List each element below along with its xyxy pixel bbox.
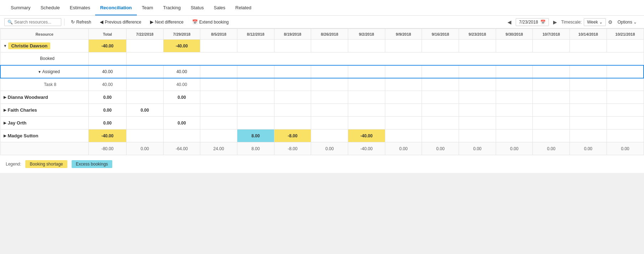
date-cell-7 xyxy=(385,117,422,129)
nav-estimates[interactable]: Estimates xyxy=(65,1,95,15)
date-cell-6 xyxy=(348,117,385,129)
resource-cell: Booked xyxy=(0,52,88,65)
resource-cell: ▶ Faith Charles xyxy=(0,104,88,117)
date-cell-10 xyxy=(496,78,533,91)
date-cell-13 xyxy=(607,65,644,78)
date-cell-6 xyxy=(348,40,385,52)
date-cell-10 xyxy=(496,104,533,117)
date-box[interactable]: 7/23/2018 📅 xyxy=(516,18,548,26)
nav-team[interactable]: Team xyxy=(137,1,158,15)
next-difference-button[interactable]: ▶ Next difference xyxy=(146,18,187,26)
summary-13: 0.00 xyxy=(607,142,644,155)
total-cell: 0.00 xyxy=(88,91,126,104)
resource-cell: Task 8 xyxy=(0,78,88,91)
extend-booking-button[interactable]: 📅 Extend booking xyxy=(189,18,232,26)
calendar-icon: 📅 xyxy=(540,20,546,25)
extend-label: Extend booking xyxy=(199,20,229,25)
search-input[interactable] xyxy=(14,20,61,25)
date-cell-13 xyxy=(607,78,644,91)
header-date-12: 10/14/2018 xyxy=(570,29,607,40)
date-cell-9 xyxy=(459,40,496,52)
date-cell-13 xyxy=(607,104,644,117)
resource-name-text: Faith Charles xyxy=(8,107,37,113)
expand-icon[interactable]: ▶ xyxy=(4,121,6,125)
date-cell-0 xyxy=(126,117,163,129)
date-cell-5 xyxy=(311,129,348,142)
legend-shortage: Booking shortage xyxy=(25,160,67,168)
refresh-button[interactable]: ↻ Refresh xyxy=(67,18,95,26)
summary-5: 0.00 xyxy=(311,142,348,155)
gear-icon: ⚙ xyxy=(608,19,613,25)
date-cell-4: -8.00 xyxy=(274,129,311,142)
date-cell-11 xyxy=(533,117,570,129)
summary-7: 0.00 xyxy=(385,142,422,155)
timescale-dropdown[interactable]: Week ⌄ xyxy=(584,18,606,26)
expand-icon[interactable]: ▶ xyxy=(4,95,6,99)
summary-6: -40.00 xyxy=(348,142,385,155)
date-cell-8 xyxy=(422,104,459,117)
date-cell-4 xyxy=(274,40,311,52)
options-button[interactable]: Options ⌄ xyxy=(615,19,640,26)
nav-reconciliation[interactable]: Reconciliation xyxy=(95,1,137,15)
date-cell-2 xyxy=(200,40,237,52)
date-next-button[interactable]: ▶ xyxy=(551,19,559,26)
date-cell-8 xyxy=(422,78,459,91)
date-cell-8 xyxy=(422,91,459,104)
date-cell-5 xyxy=(311,78,348,91)
date-cell-7 xyxy=(385,78,422,91)
expand-icon[interactable]: ▶ xyxy=(4,134,6,138)
resource-name: ▶ Madge Sutton xyxy=(1,133,88,138)
header-date-3: 8/12/2018 xyxy=(237,29,274,40)
date-cell-1: 40.00 xyxy=(163,65,200,78)
expand-icon[interactable]: ▶ xyxy=(4,108,6,112)
date-cell-1: 0.00 xyxy=(163,117,200,129)
search-icon: 🔍 xyxy=(7,20,13,25)
legend-excess: Excess bookings xyxy=(72,160,112,168)
date-cell-0 xyxy=(126,40,163,52)
resource-name-text: Christie Dawson xyxy=(8,42,50,49)
date-cell-2 xyxy=(200,129,237,142)
collapse-icon[interactable]: ▼ xyxy=(38,70,41,74)
nav-sales[interactable]: Sales xyxy=(209,1,231,15)
date-prev-button[interactable]: ◀ xyxy=(505,19,514,26)
separator xyxy=(64,19,65,26)
resource-name: ▶ Faith Charles xyxy=(1,107,88,113)
date-cell-3 xyxy=(237,91,274,104)
resource-cell: ▶ Dianna Woodward xyxy=(0,91,88,104)
collapse-icon[interactable]: ▼ xyxy=(4,44,7,48)
date-cell-1 xyxy=(163,129,200,142)
nav-status[interactable]: Status xyxy=(186,1,209,15)
table-row: ▼ Assigned 40.00 40.00 xyxy=(0,65,644,78)
date-cell-12 xyxy=(570,117,607,129)
header-row: Resource Total 7/22/2018 7/29/2018 8/5/2… xyxy=(0,29,644,40)
prev-difference-button[interactable]: ◀ Previous difference xyxy=(96,18,145,26)
nav-related[interactable]: Related xyxy=(230,1,256,15)
timescale-label: Timescale: xyxy=(561,20,582,25)
table-row: ▶ Dianna Woodward 0.00 0.00 xyxy=(0,91,644,104)
summary-total: -80.00 xyxy=(88,142,126,155)
table-row: Task 8 40.00 40.00 xyxy=(0,78,644,91)
extend-icon: 📅 xyxy=(192,19,198,25)
date-cell-5 xyxy=(311,40,348,52)
grid-table: Resource Total 7/22/2018 7/29/2018 8/5/2… xyxy=(0,29,644,155)
summary-12: 0.00 xyxy=(570,142,607,155)
resource-name: ▼ Christie Dawson xyxy=(1,42,88,49)
date-cell-12 xyxy=(570,104,607,117)
nav-schedule[interactable]: Schedule xyxy=(36,1,65,15)
resource-name: ▶ Jay Orth xyxy=(1,120,88,126)
date-cell-10 xyxy=(496,117,533,129)
summary-3: 8.00 xyxy=(237,142,274,155)
search-box[interactable]: 🔍 xyxy=(4,18,61,26)
date-cell-7 xyxy=(385,104,422,117)
date-cell-7 xyxy=(385,129,422,142)
summary-8: 0.00 xyxy=(422,142,459,155)
date-cell-2 xyxy=(200,91,237,104)
summary-10: 0.00 xyxy=(496,142,533,155)
date-cell-11 xyxy=(533,65,570,78)
nav-tracking[interactable]: Tracking xyxy=(158,1,186,15)
date-cell-0 xyxy=(126,65,163,78)
date-cell-3 xyxy=(237,117,274,129)
nav-summary[interactable]: Summary xyxy=(6,1,36,15)
date-cell-5 xyxy=(311,65,348,78)
summary-0: 0.00 xyxy=(126,142,163,155)
